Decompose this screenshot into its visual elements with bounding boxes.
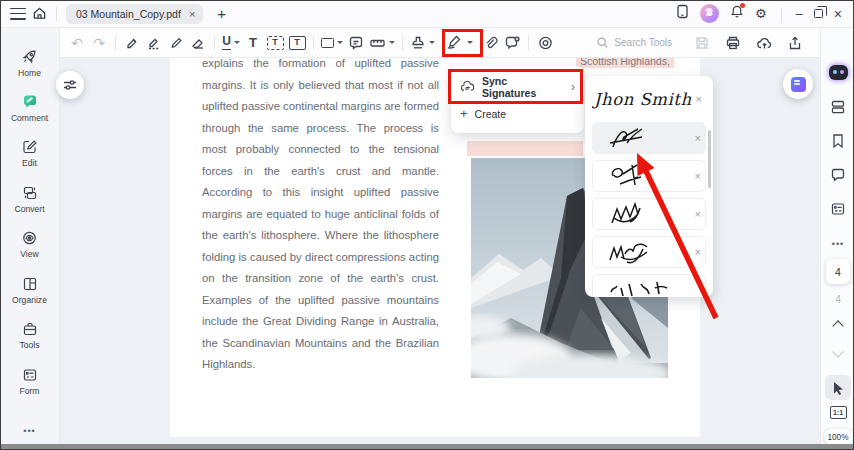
comments-panel-button[interactable] bbox=[821, 167, 854, 182]
add-comment-icon[interactable] bbox=[501, 31, 523, 55]
sidebar-item-label: Edit bbox=[22, 158, 37, 168]
chevron-down-icon[interactable] bbox=[429, 41, 435, 44]
callout-tool[interactable]: T bbox=[286, 31, 308, 55]
sidebar-more-icon[interactable]: ••• bbox=[23, 426, 35, 436]
actual-size-button[interactable]: 1:1 bbox=[821, 406, 854, 419]
mobile-device-icon[interactable] bbox=[676, 4, 689, 23]
signature-tool[interactable] bbox=[443, 31, 475, 55]
signature-item-name[interactable]: Jhon Smith × bbox=[592, 82, 706, 116]
undo-button[interactable]: ↶ bbox=[66, 31, 88, 55]
save-button[interactable] bbox=[691, 31, 713, 55]
signature-item-1[interactable]: × bbox=[592, 122, 706, 154]
search-tools[interactable]: Search Tools bbox=[596, 36, 672, 49]
delete-signature-icon[interactable]: × bbox=[696, 93, 702, 105]
home-icon[interactable] bbox=[32, 6, 47, 21]
minimize-button[interactable]: – bbox=[796, 7, 803, 20]
bookmarks-button[interactable] bbox=[821, 133, 854, 149]
panel-scrollbar[interactable] bbox=[708, 130, 711, 188]
ai-assistant-button[interactable] bbox=[783, 69, 813, 99]
sync-signatures-item[interactable]: Sync Signatures › bbox=[451, 73, 584, 100]
share-export-button[interactable] bbox=[784, 31, 806, 55]
user-avatar[interactable] bbox=[700, 4, 719, 23]
underline-tool[interactable]: U bbox=[220, 31, 242, 55]
sidebar-item-organize[interactable]: Organize bbox=[2, 268, 58, 314]
titlebar: 03 Mountain_Copy.pdf × + ⚙ – × bbox=[0, 0, 854, 28]
add-text-tool[interactable]: T bbox=[242, 31, 264, 55]
chevron-down-icon[interactable] bbox=[389, 41, 395, 44]
chat-bubble-icon bbox=[830, 167, 846, 182]
signature-item-4[interactable]: × bbox=[592, 236, 706, 268]
next-page-button[interactable] bbox=[821, 348, 854, 356]
signature-item-3[interactable]: × bbox=[592, 198, 706, 230]
zoom-level-badge[interactable]: 100% bbox=[821, 429, 854, 445]
search-tools-label: Search Tools bbox=[614, 37, 672, 48]
new-tab-button[interactable]: + bbox=[217, 6, 226, 21]
signature-item-2[interactable]: × bbox=[592, 160, 706, 192]
sidebar-item-form[interactable]: Form bbox=[2, 359, 58, 405]
sidebar-item-view[interactable]: View bbox=[2, 222, 58, 268]
delete-signature-icon[interactable]: × bbox=[695, 208, 701, 220]
cursor-pointer-icon bbox=[832, 381, 845, 395]
sidebar-item-home[interactable]: Home bbox=[2, 40, 58, 86]
signature-dropdown-menu: Sync Signatures › + Create bbox=[451, 66, 584, 133]
create-signature-item[interactable]: + Create bbox=[451, 100, 584, 127]
eraser-tool-icon[interactable] bbox=[187, 31, 209, 55]
ai-bot-button[interactable] bbox=[821, 65, 854, 80]
sticky-note-tool-icon[interactable] bbox=[345, 31, 367, 55]
text-box-icon: T bbox=[272, 38, 278, 47]
highlight-block[interactable] bbox=[467, 141, 583, 156]
thumbnail-panel-button[interactable] bbox=[821, 99, 854, 115]
print-button[interactable] bbox=[722, 31, 744, 55]
delete-signature-icon[interactable]: × bbox=[695, 132, 701, 144]
sidebar-item-comment[interactable]: Comment bbox=[2, 86, 58, 132]
field-list-icon bbox=[830, 201, 846, 217]
highlight-tool-icon[interactable] bbox=[121, 31, 143, 55]
notifications-bell-icon[interactable] bbox=[730, 4, 744, 23]
stamp-tool[interactable] bbox=[408, 31, 437, 55]
right-panel-more-icon[interactable]: ••• bbox=[821, 239, 854, 249]
delete-signature-icon[interactable]: × bbox=[695, 170, 701, 182]
measure-tool[interactable] bbox=[367, 31, 397, 55]
signature-item-5[interactable] bbox=[592, 274, 706, 297]
edit-icon bbox=[22, 139, 38, 155]
form-icon bbox=[22, 367, 38, 383]
cloud-upload-button[interactable] bbox=[753, 31, 775, 55]
settings-gear-icon[interactable]: ⚙ bbox=[755, 7, 767, 20]
select-tool-button[interactable] bbox=[821, 375, 854, 400]
attachment-paperclip-icon[interactable] bbox=[479, 31, 501, 55]
sidebar-item-convert[interactable]: Convert bbox=[2, 177, 58, 223]
menu-icon[interactable] bbox=[10, 8, 26, 20]
current-page-box[interactable]: 4 bbox=[821, 259, 854, 284]
close-tab-icon[interactable]: × bbox=[189, 8, 195, 20]
convert-icon bbox=[22, 185, 38, 201]
annotation-settings-button[interactable] bbox=[56, 71, 84, 99]
zoom-percentage: 100% bbox=[824, 429, 853, 445]
text-box-tool[interactable]: T bbox=[264, 31, 286, 55]
sync-signatures-label: Sync Signatures bbox=[482, 75, 564, 99]
rocket-icon bbox=[21, 48, 38, 65]
document-tab[interactable]: 03 Mountain_Copy.pdf × bbox=[66, 4, 203, 24]
highlighted-text[interactable]: Scottish Highlands, bbox=[576, 58, 674, 68]
chevron-down-icon[interactable] bbox=[234, 41, 240, 44]
shapes-tool[interactable] bbox=[319, 31, 345, 55]
chevron-down-icon[interactable] bbox=[337, 41, 343, 44]
right-panel-bar: ••• 4 4 1:1 100% bbox=[820, 28, 854, 444]
delete-signature-icon[interactable]: × bbox=[695, 246, 701, 258]
show-annotations-eye-icon[interactable] bbox=[534, 31, 556, 55]
signature-list-panel: Jhon Smith × × × × × bbox=[585, 76, 713, 297]
chevron-down-icon[interactable] bbox=[467, 41, 473, 44]
previous-page-button[interactable] bbox=[821, 322, 854, 330]
area-highlight-tool-icon[interactable] bbox=[143, 31, 165, 55]
sidebar-item-tools[interactable]: Tools bbox=[2, 313, 58, 359]
signature-name-text: Jhon Smith bbox=[592, 90, 692, 109]
organize-icon bbox=[22, 276, 38, 292]
sidebar-item-edit[interactable]: Edit bbox=[2, 131, 58, 177]
restore-window-button[interactable] bbox=[814, 9, 823, 18]
panels-icon bbox=[830, 99, 846, 115]
pencil-tool-icon[interactable] bbox=[165, 31, 187, 55]
signature-image bbox=[605, 200, 649, 228]
form-fields-panel-button[interactable] bbox=[821, 201, 854, 217]
close-window-button[interactable]: × bbox=[834, 7, 842, 21]
chevron-up-icon bbox=[832, 320, 843, 331]
redo-button[interactable]: ↷ bbox=[88, 31, 110, 55]
